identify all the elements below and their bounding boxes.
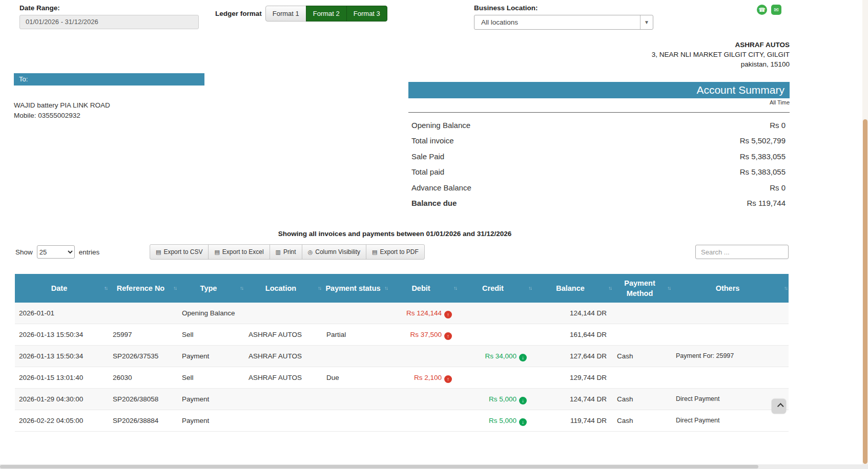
sort-icon[interactable]: ↑↓ [453, 283, 457, 293]
cell-others [672, 367, 789, 389]
horizontal-scrollbar-thumb[interactable] [0, 465, 758, 468]
credit-amount: Rs 5,000 [489, 395, 516, 403]
summary-value: Rs 5,383,055 [740, 167, 786, 176]
column-header-credit[interactable]: Credit↑↓ [458, 274, 533, 303]
cell-date: 2026-01-01 [15, 303, 109, 324]
column-header-reference-no[interactable]: Reference No↑↓ [109, 274, 178, 303]
export-button-label: Export to Excel [222, 248, 264, 255]
summary-label: Sale Paid [411, 152, 444, 161]
print-button[interactable]: ▥Print [270, 244, 302, 260]
column-header-balance[interactable]: Balance↑↓ [533, 274, 613, 303]
summary-row: Total paidRs 5,383,055 [408, 164, 790, 180]
scroll-to-top-button[interactable] [772, 399, 786, 414]
export-button-label: Print [283, 248, 296, 255]
chevron-down-icon: ▼ [640, 15, 653, 29]
summary-value: Rs 0 [770, 121, 786, 130]
business-location-select[interactable]: All locations ▼ [474, 15, 653, 30]
showing-range-text: Showing all invoices and payments betwee… [0, 230, 790, 238]
ledger-format-group: Ledger format Format 1 Format 2 Format 3 [215, 6, 387, 22]
format-1-button[interactable]: Format 1 [265, 6, 306, 22]
sort-icon[interactable]: ↑↓ [608, 283, 611, 293]
whatsapp-icon[interactable]: ☎ [757, 5, 767, 15]
business-location-label: Business Location: [474, 4, 653, 12]
cell-location: ASHRAF AUTOS [244, 367, 322, 389]
sort-desc-icon: ↓ [319, 285, 321, 291]
column-label: Balance [556, 284, 585, 292]
column-header-location[interactable]: Location↑↓ [244, 274, 322, 303]
date-range-input[interactable]: 01/01/2026 - 31/12/2026 [19, 15, 199, 29]
sort-icon[interactable]: ↑↓ [528, 283, 531, 293]
cell-balance: 124,144 DR [533, 303, 613, 324]
cell-balance: 129,744 DR [533, 367, 613, 389]
summary-label: Advance Balance [411, 183, 471, 192]
recipient-mobile: Mobile: 03555002932 [14, 112, 204, 119]
cell-type: Sell [178, 324, 244, 346]
table-row: 2026-01-15 13:01:4026030SellASHRAF AUTOS… [15, 367, 789, 389]
cell-location: ASHRAF AUTOS [244, 324, 322, 346]
cell-credit: Rs 5,000↓ [458, 389, 533, 410]
column-header-payment-method[interactable]: Payment Method↑↓ [613, 274, 672, 303]
business-location-group: Business Location: All locations ▼ [474, 4, 653, 30]
summary-divider [408, 112, 790, 113]
vertical-scrollbar [862, 0, 868, 469]
date-range-group: Date Range: 01/01/2026 - 31/12/2026 [19, 4, 199, 29]
sort-icon[interactable]: ↑↓ [667, 283, 670, 293]
cell-location [244, 303, 322, 324]
show-entries-group: Show 25 entries [15, 245, 99, 259]
vertical-scrollbar-thumb[interactable] [863, 119, 867, 464]
cell-payment-method [613, 367, 672, 389]
cell-payment-status [322, 410, 389, 432]
column-header-date[interactable]: Date↑↓ [15, 274, 109, 303]
cell-payment-method [613, 324, 672, 346]
sort-desc-icon: ↓ [530, 285, 531, 291]
sort-icon[interactable]: ↑↓ [173, 283, 176, 293]
summary-row: Balance dueRs 119,744 [408, 196, 790, 211]
column-header-type[interactable]: Type↑↓ [178, 274, 244, 303]
summary-row: Sale PaidRs 5,383,055 [408, 148, 790, 164]
sort-desc-icon: ↓ [175, 285, 176, 291]
table-row: 2026-01-29 04:30:00SP2026/38058PaymentRs… [15, 389, 789, 410]
cell-location [244, 389, 322, 410]
cell-balance: 119,744 DR [533, 410, 613, 432]
cell-date: 2026-01-13 15:50:34 [15, 346, 109, 367]
sort-icon[interactable]: ↑↓ [104, 283, 107, 293]
account-summary-section: Account Summary All Time Opening Balance… [408, 82, 790, 211]
debit-amount: Rs 2,100 [414, 374, 442, 381]
export-to-excel-button[interactable]: ▤Export to Excel [208, 244, 270, 260]
cell-payment-status [322, 346, 389, 367]
column-label: Credit [482, 284, 504, 292]
debit-up-icon: ↑ [444, 311, 452, 318]
export-to-csv-button[interactable]: ▤Export to CSV [150, 244, 209, 260]
cell-reference-no: SP2026/38058 [109, 389, 178, 410]
cell-payment-method [613, 303, 672, 324]
column-header-others[interactable]: Others↑↓ [672, 274, 789, 303]
search-input[interactable] [695, 245, 789, 259]
column-header-payment-status[interactable]: Payment status↑↓ [322, 274, 389, 303]
company-region: pakistan, 15100 [652, 59, 790, 69]
debit-up-icon: ↑ [444, 375, 452, 383]
summary-row: Opening BalanceRs 0 [408, 117, 790, 133]
chevron-up-icon [777, 403, 783, 410]
cell-balance: 124,744 DR [533, 389, 613, 410]
sort-icon[interactable]: ↑↓ [784, 283, 787, 293]
share-icons: ☎ ✉ [757, 5, 781, 15]
email-icon[interactable]: ✉ [771, 5, 781, 15]
sort-icon[interactable]: ↑↓ [240, 283, 243, 293]
export-to-pdf-button[interactable]: ▤Export to PDF [366, 244, 425, 260]
sort-desc-icon: ↓ [786, 285, 787, 291]
column-header-debit[interactable]: Debit↑↓ [389, 274, 458, 303]
cell-balance: 127,644 DR [533, 346, 613, 367]
format-2-button[interactable]: Format 2 [306, 6, 347, 22]
cell-payment-status [322, 389, 389, 410]
sort-icon[interactable]: ↑↓ [318, 283, 321, 293]
sort-icon[interactable]: ↑↓ [384, 283, 387, 293]
entries-select[interactable]: 25 [37, 245, 75, 259]
cell-credit [458, 324, 533, 346]
format-3-button[interactable]: Format 3 [346, 6, 387, 22]
column-label: Type [200, 284, 217, 292]
column-visibility-button[interactable]: ◎Column Visibility [302, 244, 366, 260]
cell-reference-no: 26030 [109, 367, 178, 389]
file-icon: ▤ [214, 249, 219, 255]
sort-desc-icon: ↓ [455, 285, 457, 291]
cell-reference-no [109, 303, 178, 324]
